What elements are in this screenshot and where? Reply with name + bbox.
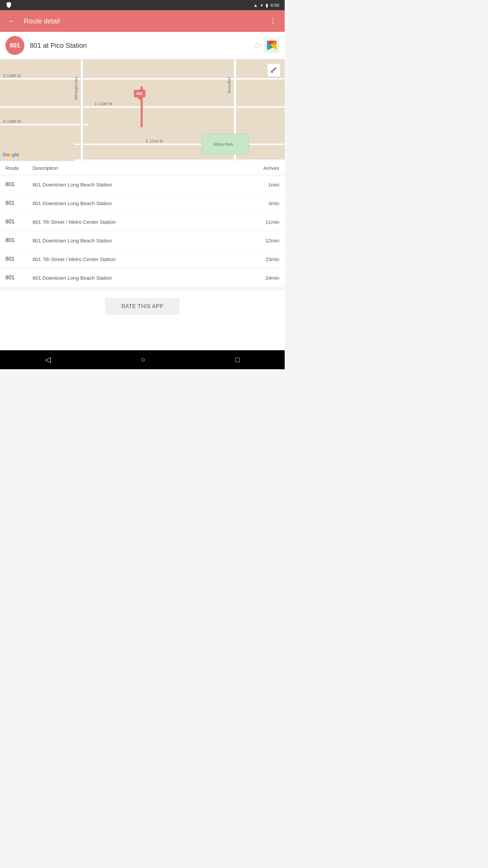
row-arrives-time: 24min <box>252 275 279 281</box>
row-description: 801 7th Street / Metro Center Station <box>33 256 252 262</box>
row-description: 801 Downtown Long Beach Station <box>33 238 252 243</box>
shield-icon <box>5 1 12 8</box>
svg-text:801: 801 <box>137 92 143 96</box>
table-row[interactable]: 801 801 7th Street / Metro Center Statio… <box>0 213 285 231</box>
toolbar: ← Route detail ⋮ <box>0 10 285 32</box>
svg-text:E 119th St: E 119th St <box>95 102 112 106</box>
nav-recent-button[interactable]: □ <box>235 355 240 364</box>
navigation-bar: ◁ ○ □ <box>0 350 285 369</box>
column-header-arrives: Arrives <box>252 165 279 171</box>
time-display: 6:50 <box>271 3 279 8</box>
rate-app-button[interactable]: RATE THIS APP <box>105 298 180 315</box>
map-view[interactable]: E 118th St E 119th St E 120th St E 121st… <box>0 59 285 161</box>
row-route-number: 801 <box>5 256 33 262</box>
expand-map-button[interactable] <box>267 63 281 77</box>
row-description: 801 7th Street / Metro Center Station <box>33 219 252 225</box>
svg-text:Mona Blvd: Mona Blvd <box>227 77 231 93</box>
table-row[interactable]: 801 801 Downtown Long Beach Station 24mi… <box>0 269 285 287</box>
route-badge: 801 <box>5 36 24 55</box>
row-description: 801 Downtown Long Beach Station <box>33 275 252 281</box>
svg-text:Mona Park: Mona Park <box>214 142 233 147</box>
svg-rect-12 <box>0 124 88 125</box>
toolbar-title: Route detail <box>24 17 261 25</box>
rate-app-section: RATE THIS APP <box>0 290 285 323</box>
open-maps-button[interactable] <box>264 38 279 53</box>
svg-rect-17 <box>81 59 83 161</box>
status-bar-left <box>5 1 12 9</box>
favorite-button[interactable]: ☆ <box>253 40 262 51</box>
wifi-icon: ▾ <box>261 3 263 8</box>
battery-icon: ▮ <box>266 3 268 8</box>
svg-rect-8 <box>0 78 285 80</box>
svg-point-6 <box>274 42 275 43</box>
row-route-number: 801 <box>5 200 33 206</box>
column-header-route: Route <box>5 165 33 171</box>
row-route-number: 801 <box>5 181 33 188</box>
column-header-description: Description <box>33 165 252 171</box>
row-route-number: 801 <box>5 219 33 225</box>
row-arrives-time: 11min <box>252 219 279 225</box>
svg-rect-14 <box>75 143 285 145</box>
table-row[interactable]: 801 801 Downtown Long Beach Station 1min <box>0 175 285 194</box>
row-description: 801 Downtown Long Beach Station <box>33 200 252 206</box>
status-bar: ▲ ▾ ▮ 6:50 <box>0 0 285 10</box>
signal-icon: ▲ <box>253 3 258 8</box>
status-bar-right: ▲ ▾ ▮ 6:50 <box>253 3 279 8</box>
row-route-number: 801 <box>5 275 33 281</box>
row-arrives-time: 12min <box>252 238 279 243</box>
svg-rect-16 <box>75 159 285 161</box>
table-row[interactable]: 801 801 Downtown Long Beach Station 12mi… <box>0 231 285 250</box>
route-header: 801 801 at Pico Station ☆ <box>0 32 285 59</box>
row-route-number: 801 <box>5 237 33 243</box>
table-header: Route Description Arrives <box>0 161 285 175</box>
overflow-menu-button[interactable]: ⋮ <box>266 14 279 28</box>
back-button[interactable]: ← <box>5 14 18 28</box>
row-arrives-time: 3min <box>252 200 279 206</box>
svg-text:Wilmington Ave: Wilmington Ave <box>74 77 78 100</box>
route-header-icons: ☆ <box>253 38 279 53</box>
row-arrives-time: 23min <box>252 256 279 262</box>
svg-text:E 120th St: E 120th St <box>3 119 21 123</box>
route-name: 801 at Pico Station <box>30 42 248 50</box>
row-arrives-time: 1min <box>252 182 279 188</box>
svg-text:Google: Google <box>3 152 19 157</box>
route-table: Route Description Arrives 801 801 Downto… <box>0 161 285 287</box>
svg-text:E 121st St: E 121st St <box>146 139 163 143</box>
table-row[interactable]: 801 801 7th Street / Metro Center Statio… <box>0 250 285 269</box>
map-svg: E 118th St E 119th St E 120th St E 121st… <box>0 59 285 161</box>
row-description: 801 Downtown Long Beach Station <box>33 182 252 188</box>
nav-home-button[interactable]: ○ <box>141 355 145 364</box>
nav-back-button[interactable]: ◁ <box>45 355 51 364</box>
bottom-spacer <box>0 323 285 350</box>
svg-text:E 118th St: E 118th St <box>3 74 21 78</box>
table-row[interactable]: 801 801 Downtown Long Beach Station 3min <box>0 194 285 213</box>
